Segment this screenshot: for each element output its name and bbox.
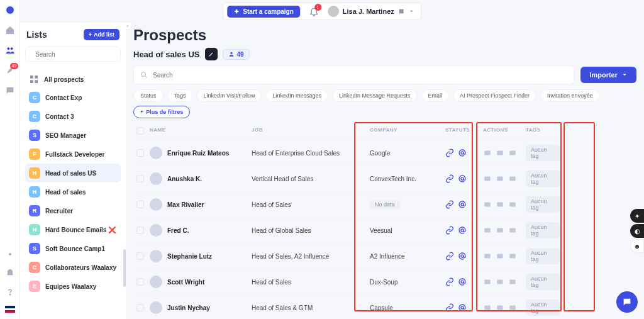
- sidebar-item-equipes-waalaxy[interactable]: EEquipes Waalaxy: [25, 277, 121, 296]
- status-link[interactable]: [445, 277, 454, 286]
- action-send[interactable]: [508, 200, 517, 209]
- name-cell[interactable]: Enrique Ruiz Mateos: [147, 140, 249, 165]
- status-link[interactable]: [445, 174, 454, 183]
- filter-linkedin-visit-follow[interactable]: LinkedIn Visit/Follow: [197, 89, 262, 102]
- action-mail[interactable]: [496, 200, 504, 209]
- status-link[interactable]: [445, 303, 454, 312]
- action-mail[interactable]: [496, 174, 504, 183]
- widget-3[interactable]: ☻: [630, 239, 644, 253]
- tag-chip[interactable]: Aucun tag: [526, 222, 560, 238]
- add-list-button[interactable]: +Add list: [84, 29, 119, 40]
- row-checkbox[interactable]: [136, 278, 144, 286]
- alerts-icon[interactable]: [5, 268, 15, 278]
- status-email[interactable]: [458, 277, 467, 286]
- status-email[interactable]: [458, 226, 467, 235]
- action-send[interactable]: [508, 277, 517, 286]
- col-actions[interactable]: ACTIONS: [480, 123, 523, 140]
- sidebar-search[interactable]: [25, 47, 121, 62]
- main-search-input[interactable]: [153, 72, 567, 79]
- action-message[interactable]: [483, 277, 492, 286]
- language-flag[interactable]: [5, 306, 15, 313]
- row-checkbox[interactable]: [136, 201, 144, 208]
- col-statuts[interactable]: STATUTS: [443, 123, 480, 140]
- row-checkbox[interactable]: [136, 252, 144, 260]
- row-checkbox[interactable]: [136, 304, 144, 311]
- col-company[interactable]: COMPANY: [367, 123, 443, 140]
- sidebar-item-contact-3[interactable]: CContact 3: [25, 107, 121, 126]
- col-name[interactable]: NAME: [147, 123, 249, 140]
- filter-linkedin-message-requests[interactable]: LinkedIn Message Requests: [332, 89, 418, 102]
- filter-linkedin-messages[interactable]: LinkedIn messages: [265, 89, 328, 102]
- action-send[interactable]: [508, 226, 517, 235]
- help-icon[interactable]: [5, 287, 15, 297]
- user-menu[interactable]: Lisa J. Martinez: [328, 6, 414, 17]
- action-message[interactable]: [483, 174, 492, 183]
- action-send[interactable]: [508, 252, 517, 260]
- action-mail[interactable]: [496, 277, 504, 286]
- sidebar-item-collaborateurs-waalaxy[interactable]: CCollaborateurs Waalaxy: [25, 258, 121, 277]
- list-options-button[interactable]: [205, 48, 218, 60]
- row-checkbox[interactable]: [136, 149, 144, 157]
- status-link[interactable]: [445, 252, 454, 260]
- sidebar-item-hard-bounce-emails-[interactable]: HHard Bounce Emails ❌: [25, 220, 121, 239]
- chat-fab[interactable]: [616, 291, 638, 313]
- sidebar-item-soft-bounce-camp1[interactable]: SSoft Bounce Camp1: [25, 239, 121, 258]
- status-link[interactable]: [445, 148, 454, 157]
- action-mail[interactable]: [496, 303, 504, 312]
- filter-email[interactable]: Email: [421, 89, 450, 102]
- action-message[interactable]: [483, 148, 492, 157]
- filter-tags[interactable]: Tags: [167, 89, 193, 102]
- sidebar-search-input[interactable]: [35, 51, 115, 58]
- rocket-nav-icon[interactable]: 49: [5, 65, 15, 76]
- sidebar-item-head-of-sales-us[interactable]: HHead of sales US: [25, 164, 121, 182]
- sidebar-item-all-prospects[interactable]: All prospects: [25, 70, 121, 88]
- sidebar-item-fullstack-developer[interactable]: FFullstack Developer: [25, 145, 121, 164]
- tag-chip[interactable]: Aucun tag: [526, 299, 560, 316]
- action-message[interactable]: [483, 303, 492, 312]
- action-message[interactable]: [483, 226, 492, 235]
- import-button[interactable]: Importer: [580, 67, 636, 83]
- main-search[interactable]: [133, 65, 574, 84]
- people-icon[interactable]: [5, 45, 15, 55]
- sidebar-item-seo-manager[interactable]: SSEO Manager: [25, 126, 121, 145]
- action-send[interactable]: [508, 174, 517, 183]
- sidebar-item-recruiter[interactable]: RRecruiter: [25, 201, 121, 220]
- tag-chip[interactable]: Aucun tag: [526, 171, 560, 187]
- notifications-bell[interactable]: 1: [309, 6, 319, 16]
- tag-chip[interactable]: Aucun tag: [526, 248, 560, 264]
- tag-chip[interactable]: Aucun tag: [526, 145, 560, 161]
- settings-icon[interactable]: [5, 249, 15, 259]
- start-campaign-button[interactable]: Start a campaign: [227, 6, 300, 18]
- logo-icon[interactable]: [5, 5, 15, 15]
- filter-ai-prospect-fiospect-finder[interactable]: AI Prospect Fiospect Finder: [453, 89, 536, 102]
- status-email[interactable]: [458, 252, 467, 260]
- status-email[interactable]: [458, 200, 467, 209]
- action-message[interactable]: [483, 252, 492, 260]
- widget-2[interactable]: ◐: [630, 224, 644, 238]
- name-cell[interactable]: Max Rivalier: [147, 191, 249, 217]
- sidebar-item-head-of-sales[interactable]: HHead of sales: [25, 182, 121, 201]
- status-email[interactable]: [458, 174, 467, 183]
- chat-nav-icon[interactable]: [5, 86, 15, 96]
- action-mail[interactable]: [496, 148, 504, 157]
- action-mail[interactable]: [496, 226, 504, 235]
- select-all-checkbox[interactable]: [136, 127, 144, 135]
- tag-chip[interactable]: Aucun tag: [526, 196, 560, 213]
- status-email[interactable]: [458, 303, 467, 312]
- name-cell[interactable]: Anushka K.: [147, 165, 249, 191]
- action-send[interactable]: [508, 148, 517, 157]
- col-job[interactable]: JOB: [249, 123, 367, 140]
- action-message[interactable]: [483, 200, 492, 209]
- name-cell[interactable]: Stephanie Lutz: [147, 243, 249, 269]
- filter-invitation-envoy-e[interactable]: Invitation envoyée: [540, 89, 600, 102]
- tag-chip[interactable]: Aucun tag: [526, 274, 560, 290]
- name-cell[interactable]: Fred C.: [147, 217, 249, 243]
- widget-1[interactable]: ✦: [630, 209, 644, 223]
- status-link[interactable]: [445, 200, 454, 209]
- home-icon[interactable]: [5, 25, 15, 35]
- status-email[interactable]: [458, 148, 467, 157]
- action-mail[interactable]: [496, 252, 504, 260]
- name-cell[interactable]: Scott Wright: [147, 269, 249, 294]
- status-link[interactable]: [445, 226, 454, 235]
- row-checkbox[interactable]: [136, 227, 144, 234]
